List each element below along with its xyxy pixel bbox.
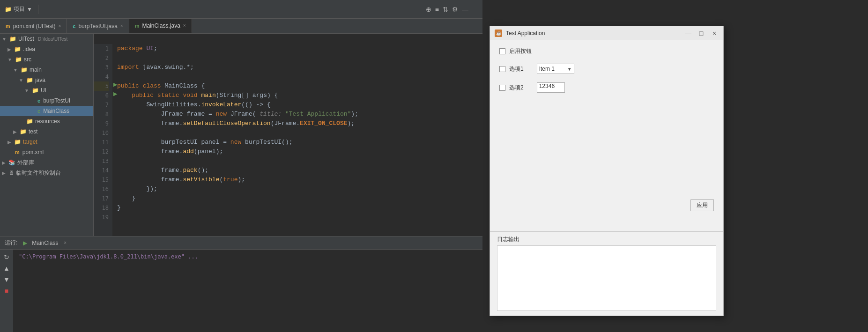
sidebar-target-label: target bbox=[23, 139, 37, 145]
sidebar-test-label: test bbox=[29, 128, 37, 135]
minimize-button[interactable]: — bbox=[684, 30, 692, 37]
test-window-controls: — □ × bbox=[684, 30, 719, 37]
extlibs-icon: 📚 bbox=[8, 159, 15, 166]
option2-textfield[interactable]: 12346 bbox=[537, 82, 565, 93]
maximize-button[interactable]: □ bbox=[697, 30, 705, 37]
run-left-icons: ↻ ▲ ▼ ■ bbox=[0, 250, 13, 332]
java-c-tab-icon: c bbox=[73, 23, 75, 29]
enable-button-label: 启用按钮 bbox=[509, 47, 532, 55]
option1-checkbox[interactable] bbox=[499, 66, 505, 72]
option2-label: 选项2 bbox=[509, 84, 524, 92]
tab-mainclass-close[interactable]: × bbox=[183, 23, 186, 28]
sidebar-item-uitest[interactable]: ▼ 📁 UITest D:\Idea\UITest bbox=[0, 34, 93, 44]
xml-tab-icon: m bbox=[6, 23, 10, 29]
option2-value: 12346 bbox=[539, 83, 555, 89]
restart-icon[interactable]: ↻ bbox=[4, 253, 9, 261]
test-window-content: 启用按钮 选项1 Item 1 ▼ 选项2 12346 bbox=[490, 40, 723, 108]
tab-burptestui[interactable]: c burpTestUI.java × bbox=[67, 19, 129, 33]
sidebar-item-pom[interactable]: m pom.xml bbox=[0, 147, 93, 157]
line-numbers: 1234 5 6789 10111213 14151617 1819 bbox=[94, 44, 112, 236]
temp-icon: 🖥 bbox=[8, 170, 14, 176]
folder-icon: 📁 bbox=[5, 6, 12, 13]
enable-button-row: 启用按钮 bbox=[499, 47, 714, 55]
sort-icon[interactable]: ⇅ bbox=[443, 6, 448, 13]
option1-row: 选项1 Item 1 ▼ bbox=[499, 64, 714, 74]
sidebar-item-temp[interactable]: ▶ 🖥 临时文件和控制台 bbox=[0, 168, 93, 178]
project-label: 项目 bbox=[14, 5, 25, 13]
project-dropdown-icon: ▼ bbox=[27, 6, 32, 13]
sidebar-item-target[interactable]: ▶ 📁 target bbox=[0, 137, 93, 147]
tab-pom[interactable]: m pom.xml (UITest) × bbox=[0, 19, 67, 33]
sidebar-item-test[interactable]: ▶ 📁 test bbox=[0, 126, 93, 137]
close-button[interactable]: × bbox=[710, 30, 719, 37]
tab-pom-close[interactable]: × bbox=[58, 23, 61, 29]
java-c-icon: c bbox=[37, 98, 40, 103]
apply-button[interactable]: 应用 bbox=[690, 199, 714, 211]
arrow-right-target: ▶ bbox=[7, 140, 11, 145]
add-icon[interactable]: ⊕ bbox=[426, 6, 431, 13]
list-icon[interactable]: ≡ bbox=[435, 6, 439, 13]
tab-mainclass-label: MainClass.java bbox=[142, 22, 180, 29]
option2-checkbox[interactable] bbox=[499, 85, 505, 91]
xml-icon: m bbox=[15, 149, 20, 155]
arrow-down-icon-src: ▼ bbox=[7, 57, 12, 62]
settings-icon[interactable]: ⚙ bbox=[452, 6, 458, 13]
sidebar-idea-label: .idea bbox=[23, 46, 35, 52]
code-content[interactable]: package UI; import javax.swing.*; public… bbox=[112, 44, 482, 236]
enable-button-checkbox[interactable] bbox=[499, 48, 505, 54]
run-bar: 运行: ▶ MainClass × ↻ ▲ ▼ ■ "C:\Program Fi… bbox=[0, 236, 482, 332]
log-content bbox=[497, 245, 716, 311]
ide-toolbar: 📁 项目 ▼ ⊕ ≡ ⇅ ⚙ — bbox=[0, 0, 482, 19]
sidebar-temp-label: 临时文件和控制台 bbox=[16, 169, 61, 177]
sidebar-item-ui[interactable]: ▼ 📁 UI bbox=[0, 85, 93, 96]
sidebar-mainclass-label: MainClass bbox=[43, 108, 69, 114]
src-folder-icon: 📁 bbox=[15, 56, 22, 63]
sidebar-item-idea[interactable]: ▶ 📁 .idea bbox=[0, 44, 93, 54]
run-arrow-line5[interactable]: ▶ bbox=[113, 81, 117, 88]
arrow-down-icon-ui: ▼ bbox=[24, 88, 29, 93]
arrow-right-extlibs: ▶ bbox=[2, 160, 6, 165]
collapse-icon[interactable]: — bbox=[462, 6, 468, 13]
project-menu[interactable]: 📁 项目 ▼ bbox=[5, 5, 32, 13]
tab-mainclass[interactable]: m MainClass.java × bbox=[129, 19, 192, 33]
target-folder-icon: 📁 bbox=[14, 139, 21, 145]
run-tab-close[interactable]: × bbox=[64, 240, 67, 245]
sidebar-item-src[interactable]: ▼ 📁 src bbox=[0, 54, 93, 65]
log-section: 日志输出 bbox=[490, 231, 723, 316]
test-window-titlebar: ☕ Test Application — □ × bbox=[490, 26, 723, 40]
sidebar-item-extlibs[interactable]: ▶ 📚 外部库 bbox=[0, 157, 93, 168]
sidebar-item-java[interactable]: ▼ 📁 java bbox=[0, 75, 93, 85]
project-sidebar: ▼ 📁 UITest D:\Idea\UITest ▶ 📁 .idea ▼ 📁 … bbox=[0, 34, 94, 236]
sidebar-pom-label: pom.xml bbox=[22, 149, 44, 155]
sidebar-item-burptestui[interactable]: c burpTestUI bbox=[0, 96, 93, 106]
test-window-app-icon: ☕ bbox=[495, 30, 502, 37]
log-title: 日志输出 bbox=[497, 236, 716, 243]
arrow-down-icon-java: ▼ bbox=[19, 78, 23, 83]
run-class-name: MainClass bbox=[32, 240, 58, 246]
sidebar-burptestui-label: burpTestUI bbox=[43, 97, 70, 104]
sidebar-item-main[interactable]: ▼ 📁 main bbox=[0, 65, 93, 75]
sidebar-uitest-path: D:\Idea\UITest bbox=[38, 37, 67, 42]
resources-folder-icon: 📁 bbox=[26, 118, 33, 125]
project-folder-icon: 📁 bbox=[9, 36, 16, 42]
option1-value: Item 1 bbox=[539, 66, 555, 72]
tab-burptestui-label: burpTestUI.java bbox=[78, 23, 117, 30]
tab-burptestui-close[interactable]: × bbox=[120, 23, 123, 29]
stop-icon[interactable]: ■ bbox=[5, 287, 8, 295]
toolbar-divider bbox=[38, 5, 38, 14]
run-class-icon: ▶ bbox=[23, 240, 27, 246]
sidebar-java-label: java bbox=[35, 77, 45, 83]
scroll-up-icon[interactable]: ▲ bbox=[3, 265, 10, 272]
scroll-down-icon[interactable]: ▼ bbox=[3, 276, 10, 283]
arrow-down-icon-main: ▼ bbox=[13, 67, 18, 73]
run-tab: 运行: ▶ MainClass × bbox=[0, 236, 482, 250]
java-m-tab-icon: m bbox=[135, 23, 140, 29]
test-window-title: Test Application bbox=[506, 30, 680, 37]
java-folder-icon: 📁 bbox=[26, 77, 33, 83]
option1-combobox[interactable]: Item 1 ▼ bbox=[537, 64, 574, 74]
sidebar-item-resources[interactable]: 📁 resources bbox=[0, 116, 93, 126]
sidebar-src-label: src bbox=[24, 56, 31, 63]
run-arrow-line6[interactable]: ▶ bbox=[113, 91, 117, 97]
main-folder-icon: 📁 bbox=[21, 66, 28, 73]
sidebar-item-mainclass[interactable]: c MainClass bbox=[0, 106, 93, 116]
